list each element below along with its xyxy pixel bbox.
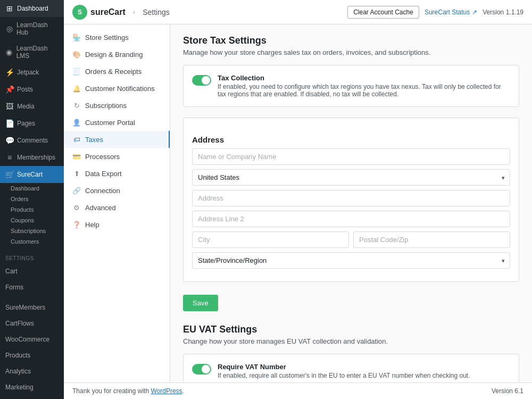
surecart-sub-coupons[interactable]: Coupons	[0, 215, 64, 226]
sc-nav-customer-notifications[interactable]: 🔔 Customer Notifications	[64, 80, 170, 97]
sc-nav-taxes[interactable]: 🏷 Taxes	[64, 131, 170, 148]
sidebar-item-woocommerce[interactable]: WooCommerce	[0, 331, 64, 347]
save-button-1[interactable]: Save	[183, 295, 218, 311]
sidebar-item-dashboard[interactable]: ⊞ Dashboard	[0, 0, 64, 17]
sidebar-item-cartflows[interactable]: CartFlows	[0, 315, 64, 331]
sidebar-item-products[interactable]: Products	[0, 347, 64, 363]
advanced-icon: ⚙	[72, 203, 81, 212]
footer-text: Thank you for creating with WordPress.	[72, 387, 184, 395]
sidebar-item-forms[interactable]: Forms	[0, 279, 64, 295]
sc-nav-design-branding[interactable]: 🎨 Design & Branding	[64, 46, 170, 63]
posts-icon: 📌	[5, 85, 14, 94]
sidebar-item-jetpack[interactable]: ⚡ Jetpack	[0, 64, 64, 81]
orders-receipts-icon: 🧾	[72, 67, 81, 76]
surecart-sub-orders[interactable]: Orders	[0, 194, 64, 204]
eu-vat-card: Require VAT Number If enabled, require a…	[183, 354, 519, 383]
city-input[interactable]	[192, 231, 349, 248]
tax-collection-toggle[interactable]	[192, 75, 211, 86]
address-card: Address United States United Kingdom Can…	[183, 118, 519, 282]
name-company-input[interactable]	[192, 148, 510, 165]
tax-collection-row: Tax Collection If enabled, you need to c…	[192, 74, 510, 98]
tax-collection-label: Tax Collection	[218, 74, 510, 82]
pages-icon: 📄	[5, 119, 14, 128]
sc-nav-advanced[interactable]: ⚙ Advanced	[64, 199, 170, 216]
comments-icon: 💬	[5, 136, 14, 145]
store-tax-title: Store Tax Settings	[183, 35, 519, 46]
clear-cache-button[interactable]: Clear Account Cache	[347, 6, 419, 19]
store-settings-icon: 🏪	[72, 33, 81, 41]
state-select[interactable]: State/Province/Region	[192, 252, 510, 269]
surecart-sub-dashboard[interactable]: Dashboard	[0, 183, 64, 194]
sidebar-item-media[interactable]: 🖼 Media	[0, 98, 64, 115]
connection-icon: 🔗	[72, 186, 81, 195]
top-bar: S sureCart › Settings Clear Account Cach…	[64, 0, 532, 24]
settings-section-label: Settings	[0, 253, 64, 263]
surecart-logo-icon: S	[72, 5, 87, 20]
subscriptions-icon: ↻	[72, 101, 81, 110]
sidebar-item-surecart[interactable]: 🛒 SureCart	[0, 166, 64, 183]
page-title: Settings	[143, 8, 170, 16]
help-icon: ❓	[72, 220, 81, 229]
version-label: Version 1.1.19	[483, 9, 523, 16]
sc-nav-processors[interactable]: 💳 Processors	[64, 148, 170, 165]
require-vat-toggle[interactable]	[192, 364, 211, 375]
sidebar-item-analytics[interactable]: Analytics	[0, 363, 64, 379]
surecart-icon: 🛒	[5, 170, 14, 179]
sc-nav-store-settings[interactable]: 🏪 Store Settings	[64, 29, 170, 46]
wordpress-link[interactable]: WordPress	[151, 387, 182, 395]
sc-nav-connection[interactable]: 🔗 Connection	[64, 182, 170, 199]
customer-portal-icon: 👤	[72, 118, 81, 127]
sc-nav-help[interactable]: ❓ Help	[64, 216, 170, 233]
taxes-icon: 🏷	[72, 135, 81, 144]
dashboard-icon: ⊞	[5, 4, 14, 13]
address-section-title: Address	[192, 135, 510, 144]
top-bar-actions: Clear Account Cache SureCart Status ↗ Ve…	[347, 6, 523, 19]
require-vat-desc: If enabled, require all customer's in th…	[218, 372, 470, 379]
tax-collection-slider	[192, 75, 211, 86]
sc-nav-customer-portal[interactable]: 👤 Customer Portal	[64, 114, 170, 131]
surecart-sub-products[interactable]: Products	[0, 204, 64, 215]
data-export-icon: ⬆	[72, 169, 81, 178]
surecart-sub-subscriptions[interactable]: Subscriptions	[0, 226, 64, 236]
require-vat-row: Require VAT Number If enabled, require a…	[192, 363, 510, 379]
content-row: 🏪 Store Settings 🎨 Design & Branding 🧾 O…	[64, 24, 532, 383]
surecart-status-link[interactable]: SureCart Status ↗	[425, 9, 477, 16]
learndash-lms-icon: ◉	[5, 48, 13, 56]
sc-nav-orders-receipts[interactable]: 🧾 Orders & Receipts	[64, 63, 170, 80]
city-postal-row	[192, 231, 510, 248]
footer-bar: Thank you for creating with WordPress. V…	[64, 383, 532, 399]
surecart-sub-customers[interactable]: Customers	[0, 236, 64, 247]
sidebar-item-elementor[interactable]: Elementor	[0, 395, 64, 399]
sidebar-item-posts[interactable]: 📌 Posts	[0, 81, 64, 98]
sidebar-item-marketing[interactable]: Marketing	[0, 379, 64, 395]
learndash-hub-icon: ◎	[5, 24, 13, 33]
address2-input[interactable]	[192, 211, 510, 227]
sc-nav-data-export[interactable]: ⬆ Data Export	[64, 165, 170, 182]
require-vat-text: Require VAT Number If enabled, require a…	[218, 363, 470, 379]
tax-collection-card: Tax Collection If enabled, you need to c…	[183, 65, 519, 107]
tax-collection-text: Tax Collection If enabled, you need to c…	[218, 74, 510, 98]
tax-collection-desc: If enabled, you need to configure which …	[218, 83, 510, 98]
sidebar-item-learndash-lms[interactable]: ◉ LearnDash LMS	[0, 40, 64, 64]
sidebar-item-memberships[interactable]: ≡ Memberships	[0, 149, 64, 166]
sc-settings-sidebar: 🏪 Store Settings 🎨 Design & Branding 🧾 O…	[64, 24, 170, 383]
postal-input[interactable]	[353, 231, 510, 248]
sidebar-item-pages[interactable]: 📄 Pages	[0, 115, 64, 132]
logo: S sureCart	[72, 5, 126, 20]
sidebar-item-suremembers[interactable]: SureMembers	[0, 300, 64, 315]
sc-nav-subscriptions[interactable]: ↻ Subscriptions	[64, 97, 170, 114]
main-area: S sureCart › Settings Clear Account Cach…	[64, 0, 532, 399]
require-vat-label: Require VAT Number	[218, 363, 470, 371]
footer-version: Version 6.1	[492, 387, 523, 395]
external-link-icon: ↗	[472, 9, 477, 16]
address-input[interactable]	[192, 190, 510, 206]
sidebar-item-learndash-hub[interactable]: ◎ LearnDash Hub	[0, 17, 64, 40]
sidebar-item-comments[interactable]: 💬 Comments	[0, 132, 64, 149]
jetpack-icon: ⚡	[5, 68, 14, 77]
media-icon: 🖼	[5, 102, 14, 111]
main-panel: Store Tax Settings Manage how your store…	[170, 24, 532, 383]
country-select[interactable]: United States United Kingdom Canada Aust…	[192, 169, 510, 186]
memberships-icon: ≡	[5, 153, 14, 162]
sidebar-item-cart[interactable]: Cart	[0, 263, 64, 279]
eu-vat-desc: Change how your store manages EU VAT col…	[183, 337, 519, 345]
